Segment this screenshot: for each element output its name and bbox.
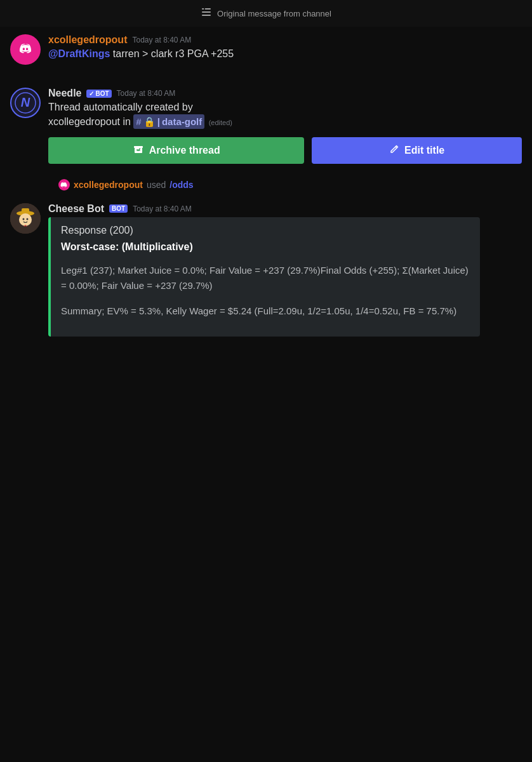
slash-user-icon	[58, 179, 70, 190]
svg-rect-8	[134, 146, 143, 148]
needle-line2-prefix: xcollegedropout in	[48, 116, 131, 127]
message3-timestamp: Today at 8:40 AM	[133, 204, 192, 213]
message3-header: Cheese Bot BOT Today at 8:40 AM	[48, 203, 522, 215]
slash-command-notice: xcollegedropout used /odds	[48, 177, 532, 193]
avatar-xcollegedropout	[10, 34, 41, 65]
svg-text:N: N	[21, 95, 30, 109]
slash-command-name: /odds	[170, 180, 193, 190]
svg-point-17	[27, 218, 29, 220]
slash-username: xcollegedropout	[74, 180, 143, 190]
response-code: Response (200)	[61, 225, 470, 236]
message1-content: xcollegedropout Today at 8:40 AM @DraftK…	[48, 34, 522, 61]
svg-rect-1	[202, 11, 211, 13]
message-cheesebot: Cheese Bot BOT Today at 8:40 AM Response…	[0, 196, 532, 339]
banner-text: Original message from channel	[217, 9, 331, 18]
summary-text: Summary; EV% = 5.3%, Kelly Wager = $5.24…	[61, 305, 456, 316]
embed-body: Leg#1 (237); Market Juice = 0.0%; Fair V…	[61, 263, 470, 319]
svg-rect-0	[202, 8, 211, 10]
archive-icon	[133, 144, 144, 157]
channel-separator: |	[157, 115, 160, 128]
avatar-cheesebot	[10, 203, 41, 234]
summary-section: Summary; EV% = 5.3%, Kelly Wager = $5.24…	[61, 304, 470, 319]
mention-draftkings: @DraftKings	[48, 48, 110, 59]
archive-thread-button[interactable]: Archive thread	[48, 137, 304, 164]
message1-header: xcollegedropout Today at 8:40 AM	[48, 34, 522, 46]
bot-badge-cheesebot: BOT	[109, 204, 128, 213]
response-embed: Response (200) Worst-case: (Multiplicati…	[48, 217, 480, 337]
discord-app: Original message from channel xcollegedr…	[0, 0, 532, 339]
checkmark-icon: ✓	[89, 90, 94, 97]
message-xcollegedropout: xcollegedropout Today at 8:40 AM @DraftK…	[0, 27, 532, 67]
message-needle: N Needle ✓ ✓ BOT BOT Today at 8:40 AM Th…	[0, 80, 532, 166]
message3-content: Cheese Bot BOT Today at 8:40 AM Response…	[48, 203, 522, 337]
message2-timestamp: Today at 8:40 AM	[117, 89, 176, 98]
username-xcollegedropout: xcollegedropout	[48, 34, 127, 46]
worst-case-label: Worst-case: (Multiplicative)	[61, 241, 470, 253]
message2-content: Needle ✓ ✓ BOT BOT Today at 8:40 AM Thre…	[48, 88, 522, 164]
needle-line1: Thread automatically created by	[48, 102, 193, 112]
slash-used-text: used	[147, 180, 166, 190]
leg-section: Leg#1 (237); Market Juice = 0.0%; Fair V…	[61, 263, 470, 293]
original-message-banner: Original message from channel	[0, 0, 532, 27]
username-needle: Needle	[48, 88, 81, 99]
svg-point-16	[23, 218, 25, 220]
channel-hash: #	[136, 115, 141, 128]
avatar-needle: N	[10, 88, 41, 118]
edit-icon	[389, 144, 399, 157]
message1-timestamp: Today at 8:40 AM	[132, 36, 191, 44]
leg-text: Leg#1 (237); Market Juice = 0.0%; Fair V…	[61, 265, 469, 291]
svg-rect-2	[202, 15, 211, 16]
message2-header: Needle ✓ ✓ BOT BOT Today at 8:40 AM	[48, 88, 522, 99]
username-cheesebot: Cheese Bot	[48, 203, 104, 215]
edit-title-button[interactable]: Edit title	[312, 137, 522, 164]
channel-reference: # 🔒 | data-golf	[133, 114, 204, 129]
channel-name: data-golf	[162, 115, 202, 128]
archive-button-label: Archive thread	[149, 145, 220, 156]
svg-point-15	[19, 213, 32, 226]
channel-lock-icon: 🔒	[143, 115, 156, 128]
message2-text: Thread automatically created by xcollege…	[48, 100, 522, 130]
bot-badge-needle: ✓ ✓ BOT BOT	[86, 90, 111, 98]
edited-tag: (edited)	[209, 119, 232, 126]
message1-text: @DraftKings tarren > clark r3 PGA +255	[48, 47, 522, 61]
edit-title-label: Edit title	[404, 145, 444, 156]
banner-icon	[201, 6, 212, 20]
action-buttons: Archive thread Edit title	[48, 137, 522, 164]
